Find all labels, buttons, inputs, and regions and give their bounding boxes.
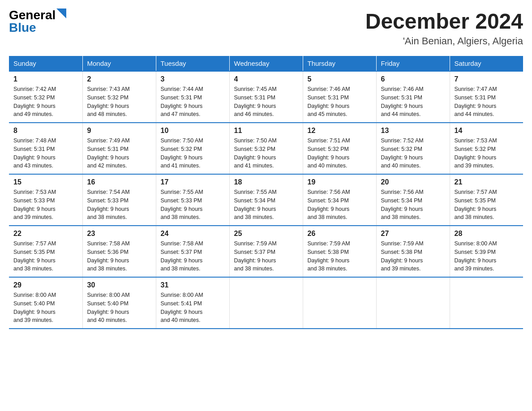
header-sunday: Sunday xyxy=(9,56,82,71)
day-cell: 28 Sunrise: 8:00 AMSunset: 5:39 PMDaylig… xyxy=(450,226,523,277)
header-monday: Monday xyxy=(82,56,156,71)
day-number: 20 xyxy=(381,178,445,186)
day-number: 15 xyxy=(13,178,78,186)
day-number: 5 xyxy=(308,75,372,83)
day-detail: Sunrise: 7:46 AMSunset: 5:31 PMDaylight:… xyxy=(308,86,350,117)
day-number: 29 xyxy=(13,281,78,289)
day-detail: Sunrise: 7:46 AMSunset: 5:31 PMDaylight:… xyxy=(381,86,424,117)
day-detail: Sunrise: 7:54 AMSunset: 5:33 PMDaylight:… xyxy=(87,189,130,220)
day-number: 28 xyxy=(455,230,519,238)
day-cell: 30 Sunrise: 8:00 AMSunset: 5:40 PMDaylig… xyxy=(82,277,156,329)
calendar-header: SundayMondayTuesdayWednesdayThursdayFrid… xyxy=(9,56,523,71)
day-detail: Sunrise: 8:00 AMSunset: 5:40 PMDaylight:… xyxy=(13,292,56,323)
day-cell: 10 Sunrise: 7:50 AMSunset: 5:32 PMDaylig… xyxy=(156,123,229,174)
day-cell xyxy=(303,277,376,329)
logo-general-text: General xyxy=(9,9,56,21)
day-number: 1 xyxy=(13,75,78,83)
day-number: 30 xyxy=(87,281,151,289)
day-cell: 9 Sunrise: 7:49 AMSunset: 5:31 PMDayligh… xyxy=(82,123,156,174)
day-detail: Sunrise: 8:00 AMSunset: 5:41 PMDaylight:… xyxy=(161,292,203,323)
day-cell: 29 Sunrise: 8:00 AMSunset: 5:40 PMDaylig… xyxy=(9,277,82,329)
day-cell: 22 Sunrise: 7:57 AMSunset: 5:35 PMDaylig… xyxy=(9,226,82,277)
day-number: 3 xyxy=(161,75,225,83)
week-row-5: 29 Sunrise: 8:00 AMSunset: 5:40 PMDaylig… xyxy=(9,277,523,329)
day-number: 2 xyxy=(87,75,151,83)
day-cell: 19 Sunrise: 7:56 AMSunset: 5:34 PMDaylig… xyxy=(303,174,376,226)
day-cell xyxy=(450,277,523,329)
day-cell: 21 Sunrise: 7:57 AMSunset: 5:35 PMDaylig… xyxy=(450,174,523,226)
day-number: 14 xyxy=(455,127,519,135)
day-cell: 5 Sunrise: 7:46 AMSunset: 5:31 PMDayligh… xyxy=(303,71,376,123)
week-row-3: 15 Sunrise: 7:53 AMSunset: 5:33 PMDaylig… xyxy=(9,174,523,226)
day-detail: Sunrise: 7:55 AMSunset: 5:34 PMDaylight:… xyxy=(234,189,277,220)
day-number: 12 xyxy=(308,127,372,135)
day-detail: Sunrise: 7:49 AMSunset: 5:31 PMDaylight:… xyxy=(87,137,130,169)
day-number: 8 xyxy=(13,127,78,135)
day-detail: Sunrise: 7:58 AMSunset: 5:36 PMDaylight:… xyxy=(87,240,130,272)
day-cell: 14 Sunrise: 7:53 AMSunset: 5:32 PMDaylig… xyxy=(450,123,523,174)
day-number: 19 xyxy=(308,178,372,186)
location-title: 'Ain Benian, Algiers, Algeria xyxy=(365,35,523,47)
day-cell: 25 Sunrise: 7:59 AMSunset: 5:37 PMDaylig… xyxy=(229,226,303,277)
day-detail: Sunrise: 7:47 AMSunset: 5:31 PMDaylight:… xyxy=(455,86,497,117)
day-detail: Sunrise: 7:44 AMSunset: 5:31 PMDaylight:… xyxy=(161,86,203,117)
day-detail: Sunrise: 7:59 AMSunset: 5:37 PMDaylight:… xyxy=(234,240,277,272)
day-detail: Sunrise: 7:58 AMSunset: 5:37 PMDaylight:… xyxy=(161,240,203,272)
calendar-table: SundayMondayTuesdayWednesdayThursdayFrid… xyxy=(9,56,523,329)
header-friday: Friday xyxy=(376,56,450,71)
day-cell: 3 Sunrise: 7:44 AMSunset: 5:31 PMDayligh… xyxy=(156,71,229,123)
day-detail: Sunrise: 7:56 AMSunset: 5:34 PMDaylight:… xyxy=(308,189,350,220)
title-section: December 2024 'Ain Benian, Algiers, Alge… xyxy=(365,9,523,47)
day-detail: Sunrise: 7:57 AMSunset: 5:35 PMDaylight:… xyxy=(13,240,56,272)
header-saturday: Saturday xyxy=(450,56,523,71)
day-number: 24 xyxy=(161,230,225,238)
day-cell: 23 Sunrise: 7:58 AMSunset: 5:36 PMDaylig… xyxy=(82,226,156,277)
day-detail: Sunrise: 7:45 AMSunset: 5:31 PMDaylight:… xyxy=(234,86,277,117)
day-detail: Sunrise: 7:55 AMSunset: 5:33 PMDaylight:… xyxy=(161,189,203,220)
day-detail: Sunrise: 7:52 AMSunset: 5:32 PMDaylight:… xyxy=(381,137,424,169)
day-cell: 18 Sunrise: 7:55 AMSunset: 5:34 PMDaylig… xyxy=(229,174,303,226)
day-number: 9 xyxy=(87,127,151,135)
day-cell: 15 Sunrise: 7:53 AMSunset: 5:33 PMDaylig… xyxy=(9,174,82,226)
day-detail: Sunrise: 7:43 AMSunset: 5:32 PMDaylight:… xyxy=(87,86,130,117)
logo-blue-text: Blue xyxy=(9,21,36,34)
day-detail: Sunrise: 7:50 AMSunset: 5:32 PMDaylight:… xyxy=(161,137,203,169)
day-cell: 26 Sunrise: 7:59 AMSunset: 5:38 PMDaylig… xyxy=(303,226,376,277)
day-detail: Sunrise: 7:56 AMSunset: 5:34 PMDaylight:… xyxy=(381,189,424,220)
day-number: 10 xyxy=(161,127,225,135)
day-cell: 4 Sunrise: 7:45 AMSunset: 5:31 PMDayligh… xyxy=(229,71,303,123)
header-wednesday: Wednesday xyxy=(229,56,303,71)
day-cell: 17 Sunrise: 7:55 AMSunset: 5:33 PMDaylig… xyxy=(156,174,229,226)
day-number: 7 xyxy=(455,75,519,83)
day-cell: 7 Sunrise: 7:47 AMSunset: 5:31 PMDayligh… xyxy=(450,71,523,123)
day-number: 17 xyxy=(161,178,225,186)
day-number: 4 xyxy=(234,75,298,83)
day-number: 21 xyxy=(455,178,519,186)
day-detail: Sunrise: 7:59 AMSunset: 5:38 PMDaylight:… xyxy=(308,240,350,272)
day-detail: Sunrise: 8:00 AMSunset: 5:40 PMDaylight:… xyxy=(87,292,130,323)
day-number: 26 xyxy=(308,230,372,238)
day-cell: 12 Sunrise: 7:51 AMSunset: 5:32 PMDaylig… xyxy=(303,123,376,174)
day-number: 18 xyxy=(234,178,298,186)
header-thursday: Thursday xyxy=(303,56,376,71)
day-detail: Sunrise: 7:42 AMSunset: 5:32 PMDaylight:… xyxy=(13,86,56,117)
logo: General Blue xyxy=(9,9,66,34)
day-cell: 11 Sunrise: 7:50 AMSunset: 5:32 PMDaylig… xyxy=(229,123,303,174)
day-number: 13 xyxy=(381,127,445,135)
day-detail: Sunrise: 7:50 AMSunset: 5:32 PMDaylight:… xyxy=(234,137,277,169)
day-detail: Sunrise: 7:53 AMSunset: 5:32 PMDaylight:… xyxy=(455,137,497,169)
day-cell: 24 Sunrise: 7:58 AMSunset: 5:37 PMDaylig… xyxy=(156,226,229,277)
page-header: General Blue December 2024 'Ain Benian, … xyxy=(9,9,523,47)
day-cell: 27 Sunrise: 7:59 AMSunset: 5:38 PMDaylig… xyxy=(376,226,450,277)
day-cell: 13 Sunrise: 7:52 AMSunset: 5:32 PMDaylig… xyxy=(376,123,450,174)
day-detail: Sunrise: 7:53 AMSunset: 5:33 PMDaylight:… xyxy=(13,189,56,220)
day-detail: Sunrise: 8:00 AMSunset: 5:39 PMDaylight:… xyxy=(455,240,497,272)
day-cell: 20 Sunrise: 7:56 AMSunset: 5:34 PMDaylig… xyxy=(376,174,450,226)
week-row-1: 1 Sunrise: 7:42 AMSunset: 5:32 PMDayligh… xyxy=(9,71,523,123)
day-number: 27 xyxy=(381,230,445,238)
day-number: 23 xyxy=(87,230,151,238)
day-number: 31 xyxy=(161,281,225,289)
day-detail: Sunrise: 7:59 AMSunset: 5:38 PMDaylight:… xyxy=(381,240,424,272)
day-number: 25 xyxy=(234,230,298,238)
day-cell: 6 Sunrise: 7:46 AMSunset: 5:31 PMDayligh… xyxy=(376,71,450,123)
